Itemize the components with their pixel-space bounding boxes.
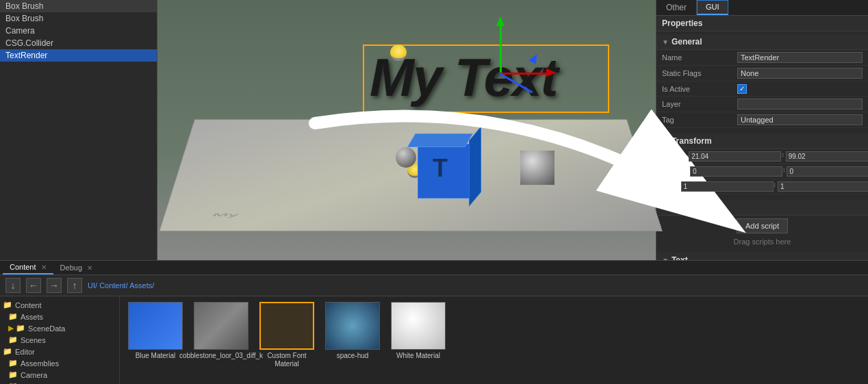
scale-x[interactable]	[681, 181, 774, 192]
asset-thumb-custom	[259, 302, 314, 350]
tree-scenedata[interactable]: ▶ 📁 SceneData	[0, 322, 119, 334]
transform-section: ▼Transform Position ↕ ↕ ↕	[656, 131, 868, 197]
asset-thumb-white	[391, 302, 446, 350]
blue-cube: T	[418, 144, 472, 199]
tab-content[interactable]: Content ✕	[3, 261, 53, 274]
hierarchy-item-camera[interactable]: Camera	[0, 25, 157, 37]
tag-row: Tag Untagged	[656, 112, 868, 128]
tree-assets[interactable]: 📁 Assets	[0, 311, 119, 322]
position-y[interactable]	[786, 151, 868, 162]
static-flags-label: Static Flags	[662, 69, 737, 77]
asset-thumb-blue	[128, 302, 183, 350]
asset-cobble[interactable]: cobblestone_loor_03_diff_k	[191, 302, 251, 360]
asset-name-cobble: cobblestone_loor_03_diff_k	[179, 352, 263, 360]
light-bulb-1	[390, 44, 407, 61]
hierarchy-item-boxbrush2[interactable]: Box Brush	[0, 12, 157, 25]
asset-thumb-space	[325, 302, 380, 350]
position-y-wrapper: ↕	[786, 151, 868, 162]
asset-space-hud[interactable]: space-hud	[322, 302, 383, 360]
position-x[interactable]	[689, 151, 781, 162]
tree-assemblies[interactable]: 📁 Assemblies	[0, 357, 119, 369]
hierarchy-item-boxbrush1[interactable]: Box Brush	[0, 0, 157, 12]
general-header: ▼General	[656, 34, 868, 50]
tag-select[interactable]: Untagged	[737, 114, 863, 125]
inspector-panel: Other GUI Properties ▼General Name Stati…	[656, 0, 868, 260]
tab-other[interactable]: Other	[656, 0, 697, 15]
debug-tab-close[interactable]: ✕	[87, 264, 92, 272]
breadcrumb-ui[interactable]: UI/	[88, 281, 97, 290]
nav-down-button[interactable]: ↓	[5, 278, 21, 293]
asset-white-material[interactable]: White Material	[388, 302, 448, 360]
layer-select[interactable]	[737, 99, 863, 110]
tree-editor[interactable]: 📁 Editor	[0, 346, 119, 357]
bottom-tab-bar: Content ✕ Debug ✕	[0, 261, 868, 275]
rotation-label: Rotation	[662, 168, 690, 176]
add-script-button[interactable]: Add script	[737, 218, 788, 233]
content-browser: Content ✕ Debug ✕ ↓ ← → ↑ UI/ Content/ A…	[0, 260, 868, 384]
asset-blue-material[interactable]: Blue Material	[125, 302, 186, 360]
tab-gui[interactable]: GUI	[697, 0, 728, 15]
text-section-header: ▼Text	[656, 253, 868, 260]
asset-name-white: White Material	[396, 352, 440, 360]
position-label: Position	[662, 153, 689, 161]
breadcrumb-assets[interactable]: Assets/	[129, 281, 154, 290]
tree-gizmo[interactable]: 📁 Gizmo	[0, 381, 119, 384]
hierarchy-item-csg[interactable]: CSG.Collider	[0, 37, 157, 49]
static-flags-row: Static Flags None	[656, 66, 868, 81]
is-active-row: Is Active ✓	[656, 81, 868, 97]
transform-header: ▼Transform	[656, 133, 868, 149]
content-tree: 📁 Content 📁 Assets ▶ 📁 SceneData 📁 Scene…	[0, 296, 120, 384]
is-active-label: Is Active	[662, 85, 737, 93]
nav-forward-button[interactable]: →	[47, 278, 62, 293]
position-x-wrapper: ↕	[689, 151, 784, 162]
rotation-x-wrapper: ↕	[690, 166, 786, 177]
tree-scenes[interactable]: 📁 Scenes	[0, 334, 119, 346]
asset-thumb-cobble	[194, 302, 248, 350]
content-toolbar: ↓ ← → ↑ UI/ Content/ Assets/	[0, 275, 868, 296]
name-input[interactable]	[737, 52, 863, 63]
name-label: Name	[662, 53, 737, 62]
nav-back-button[interactable]: ←	[26, 278, 41, 293]
scale-row: Scale ↕ ↕ ↕	[656, 179, 868, 194]
scripts-section: ▼Scripts Add script Drag scripts here	[656, 197, 868, 250]
hierarchy-item-textrender[interactable]: TextRender	[0, 49, 157, 62]
nav-up-button[interactable]: ↑	[67, 278, 82, 293]
rotation-x[interactable]	[690, 166, 782, 177]
scale-y-wrapper: ↕	[778, 181, 868, 192]
breadcrumb: UI/ Content/ Assets/	[88, 281, 154, 290]
rotation-row: Rotation ↕ ↕ ↕	[656, 164, 868, 179]
content-tab-close[interactable]: ✕	[41, 264, 47, 271]
is-active-checkbox[interactable]: ✓	[737, 84, 747, 94]
asset-grid: Blue Material cobblestone_loor_03_diff_k…	[120, 296, 454, 384]
scale-y[interactable]	[778, 181, 868, 192]
tree-content[interactable]: 📁 Content	[0, 299, 119, 311]
tag-label: Tag	[662, 116, 737, 124]
name-row: Name	[656, 50, 868, 66]
position-row: Position ↕ ↕ ↕	[656, 149, 868, 164]
scene-view[interactable]: My My Text	[157, 0, 656, 260]
panel-tabs: Other GUI	[656, 0, 868, 16]
text-section: ▼Text Text My Text Color Material Defaul…	[656, 250, 868, 260]
general-section: ▼General Name Static Flags None Is Activ…	[656, 31, 868, 131]
asset-name-custom: Custom Font Material	[257, 352, 317, 368]
properties-header: Properties	[656, 16, 868, 31]
drag-scripts-hint: Drag scripts here	[656, 236, 868, 247]
breadcrumb-content[interactable]: Content/	[99, 281, 128, 290]
asset-name-space: space-hud	[337, 352, 369, 360]
scale-x-wrapper: ↕	[681, 181, 777, 192]
tree-camera[interactable]: 📁 Camera	[0, 369, 119, 381]
asset-name-blue: Blue Material	[136, 352, 175, 360]
scripts-header: ▼Scripts	[656, 200, 868, 216]
layer-row: Layer	[656, 97, 868, 112]
content-area: 📁 Content 📁 Assets ▶ 📁 SceneData 📁 Scene…	[0, 296, 868, 384]
rotation-y[interactable]	[787, 166, 868, 177]
scale-label: Scale	[662, 183, 681, 191]
asset-custom-font[interactable]: Custom Font Material	[257, 302, 317, 368]
viewport: My My Text	[157, 0, 656, 260]
layer-label: Layer	[662, 100, 737, 108]
hierarchy-panel: Box Brush Box Brush Camera CSG.Collider …	[0, 0, 157, 260]
tab-debug[interactable]: Debug ✕	[53, 261, 99, 274]
rotation-y-wrapper: ↕	[787, 166, 868, 177]
static-flags-select[interactable]: None	[737, 68, 863, 79]
